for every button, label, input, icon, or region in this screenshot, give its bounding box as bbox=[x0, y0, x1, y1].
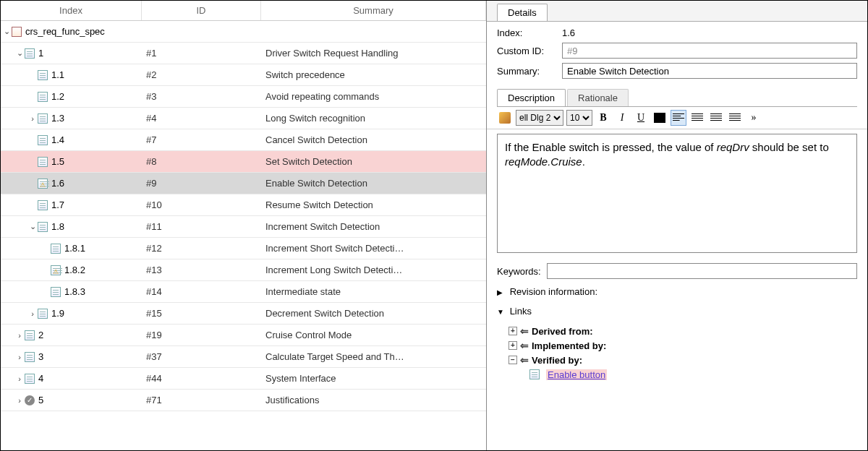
expand-toggle-icon[interactable]: › bbox=[15, 396, 24, 405]
tree-row[interactable]: 1.8.1#12Increment Short Switch Detecti… bbox=[1, 238, 486, 259]
expand-toggle-icon[interactable]: › bbox=[15, 374, 24, 383]
tree-row[interactable]: 1.8.2#13Increment Long Switch Detecti… bbox=[1, 259, 486, 281]
expand-toggle-icon[interactable]: ⌄ bbox=[2, 27, 11, 36]
keywords-input[interactable] bbox=[547, 263, 857, 279]
document-icon bbox=[37, 69, 48, 81]
plus-icon[interactable]: + bbox=[509, 341, 517, 350]
summary-input[interactable] bbox=[562, 63, 857, 79]
chevron-down-icon: ▼ bbox=[497, 308, 504, 316]
align-right-button[interactable] bbox=[708, 110, 724, 126]
font-color-button[interactable] bbox=[652, 110, 668, 126]
row-summary: Decrement Switch Detection bbox=[261, 308, 486, 319]
properties-block: Index: 1.6 Custom ID: Summary: bbox=[487, 22, 867, 86]
align-justify-button[interactable] bbox=[727, 110, 743, 126]
tree-row[interactable]: ⌄1.8#11Increment Switch Detection bbox=[1, 216, 486, 238]
expand-toggle-icon[interactable]: › bbox=[28, 114, 37, 123]
link-group-derived[interactable]: + ⇐ Derived from: bbox=[509, 325, 857, 337]
tree-row[interactable]: 1.1#2Switch precedence bbox=[1, 64, 486, 86]
plus-icon[interactable]: + bbox=[509, 327, 517, 335]
minus-icon[interactable]: − bbox=[509, 356, 517, 364]
tree-row[interactable]: 1.2#3Avoid repeating commands bbox=[1, 86, 486, 108]
row-index-label: 1.6 bbox=[51, 178, 64, 189]
expand-toggle-icon[interactable]: › bbox=[15, 331, 24, 340]
tree-row[interactable]: ›4#44System Interface bbox=[1, 368, 486, 390]
revision-title: Revision information: bbox=[510, 286, 597, 297]
row-id: #19 bbox=[142, 330, 261, 340]
underline-button[interactable]: U bbox=[633, 110, 649, 126]
tree-row[interactable]: 1.6#9Enable Switch Detection bbox=[1, 173, 486, 194]
row-summary: Increment Short Switch Detecti… bbox=[261, 243, 486, 254]
tree-row[interactable]: 1.4#7Cancel Switch Detection bbox=[1, 129, 486, 151]
row-index-label: 4 bbox=[38, 373, 43, 384]
expand-toggle-icon[interactable]: ⌄ bbox=[15, 48, 24, 58]
tree-row[interactable]: ›1.3#4Long Switch recognition bbox=[1, 108, 486, 129]
arrow-left-icon: ⇐ bbox=[520, 325, 529, 337]
expand-toggle-icon[interactable]: ⌄ bbox=[28, 222, 37, 231]
document-icon bbox=[24, 48, 35, 59]
tree-body: ⌄ crs_req_func_spec ⌄1#1Driver Switch Re… bbox=[1, 21, 486, 450]
row-summary: Driver Switch Request Handling bbox=[261, 48, 486, 59]
tab-rationale[interactable]: Rationale bbox=[567, 89, 629, 106]
details-panel: Details Index: 1.6 Custom ID: Summary: D… bbox=[487, 1, 867, 450]
align-center-button[interactable] bbox=[689, 110, 705, 126]
expand-toggle-icon[interactable]: › bbox=[28, 309, 37, 318]
tree-row[interactable]: ›2#19Cruise Control Mode bbox=[1, 325, 486, 346]
link-target-icon bbox=[529, 369, 540, 380]
col-header-summary[interactable]: Summary bbox=[261, 1, 486, 20]
row-index-label: 1.3 bbox=[51, 113, 64, 124]
tree-row[interactable]: 1.5#8Set Switch Detection bbox=[1, 151, 486, 173]
tree-row[interactable]: ›3#37Calculate Target Speed and Th… bbox=[1, 346, 486, 368]
links-section-header[interactable]: ▼ Links bbox=[487, 301, 867, 321]
row-id: #71 bbox=[142, 395, 261, 405]
panel-tabbar: Details bbox=[487, 1, 867, 22]
align-left-button[interactable] bbox=[671, 110, 686, 126]
tree-row[interactable]: 1.7#10Resume Switch Detection bbox=[1, 194, 486, 216]
document-icon bbox=[50, 243, 61, 254]
row-id: #37 bbox=[142, 351, 261, 362]
document-warning-icon bbox=[37, 178, 48, 189]
document-warning-icon bbox=[50, 265, 61, 276]
tab-description[interactable]: Description bbox=[497, 89, 566, 106]
tree-row[interactable]: ⌄1#1Driver Switch Request Handling bbox=[1, 43, 486, 64]
tab-details[interactable]: Details bbox=[497, 4, 548, 21]
row-id: #10 bbox=[142, 199, 261, 210]
expand-toggle-icon[interactable]: › bbox=[15, 353, 24, 361]
font-family-select[interactable]: ell Dlg 2 bbox=[516, 110, 563, 126]
font-size-select[interactable]: 10 bbox=[566, 110, 592, 126]
row-id: #13 bbox=[142, 265, 261, 275]
document-icon bbox=[24, 373, 35, 385]
custom-id-input[interactable] bbox=[562, 43, 857, 59]
italic-button[interactable]: I bbox=[614, 110, 630, 126]
format-painter-button[interactable] bbox=[497, 110, 513, 126]
row-id: #12 bbox=[142, 243, 261, 254]
verified-link[interactable]: Enable button bbox=[546, 369, 607, 380]
row-index-label: 1.2 bbox=[51, 91, 64, 102]
row-index-label: 1.8.2 bbox=[64, 265, 85, 275]
tree-row[interactable]: ›1.9#15Decrement Switch Detection bbox=[1, 303, 486, 325]
label-summary: Summary: bbox=[497, 66, 562, 77]
row-index-label: 1.4 bbox=[51, 134, 64, 145]
tree-row[interactable]: 1.8.3#14Intermediate state bbox=[1, 281, 486, 303]
col-header-id[interactable]: ID bbox=[142, 1, 261, 20]
link-group-implemented[interactable]: + ⇐ Implemented by: bbox=[509, 340, 857, 351]
document-icon bbox=[37, 156, 48, 168]
revision-section[interactable]: ▶ Revision information: bbox=[487, 282, 867, 301]
document-icon bbox=[37, 113, 48, 124]
toolbar-overflow-button[interactable]: » bbox=[746, 110, 762, 126]
check-circle-icon: ✓ bbox=[24, 395, 35, 406]
label-index: Index: bbox=[497, 27, 562, 38]
row-summary: System Interface bbox=[261, 373, 486, 384]
tree-row[interactable]: ›✓5#71Justifications bbox=[1, 390, 486, 411]
bold-button[interactable]: B bbox=[595, 110, 611, 126]
row-index-label: 1.9 bbox=[51, 308, 64, 319]
row-id: #3 bbox=[142, 91, 261, 102]
description-editor[interactable]: If the Enable switch is pressed, the val… bbox=[497, 134, 857, 253]
row-summary: Calculate Target Speed and Th… bbox=[261, 351, 486, 362]
link-group-verified[interactable]: − ⇐ Verified by: bbox=[509, 354, 857, 366]
root-label: crs_req_func_spec bbox=[25, 26, 105, 37]
row-summary: Increment Switch Detection bbox=[261, 221, 486, 232]
row-index-label: 1.8.1 bbox=[64, 243, 85, 254]
tree-root-row[interactable]: ⌄ crs_req_func_spec bbox=[1, 21, 486, 43]
col-header-index[interactable]: Index bbox=[1, 1, 142, 20]
row-id: #7 bbox=[142, 134, 261, 145]
